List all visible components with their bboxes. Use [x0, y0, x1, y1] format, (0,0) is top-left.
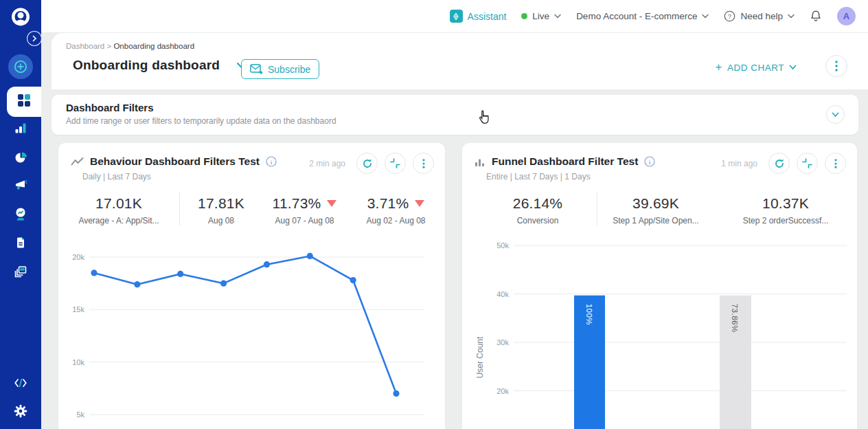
stat-label: Conversion — [479, 216, 597, 226]
bar-chart-icon — [14, 121, 27, 138]
svg-text:73.86%: 73.86% — [731, 304, 739, 333]
assistant-button[interactable]: Assistant — [450, 10, 507, 23]
chevron-down-icon — [554, 14, 561, 19]
chevron-down-icon — [789, 65, 797, 70]
svg-text:40k: 40k — [496, 290, 509, 298]
refresh-button[interactable] — [768, 153, 790, 174]
subscribe-button[interactable]: Subscribe — [241, 59, 319, 79]
create-button[interactable] — [8, 54, 33, 79]
breadcrumb-section[interactable]: Dashboard — [66, 42, 104, 50]
svg-text:User Count: User Count — [475, 336, 485, 378]
svg-text:50k: 50k — [496, 241, 509, 250]
breadcrumb-separator: > — [106, 42, 111, 50]
stat-label: Step 2 orderSuccessf... — [714, 216, 857, 226]
stat-value: 3.71% — [367, 195, 409, 212]
compress-icon — [802, 158, 812, 168]
svg-text:20k: 20k — [72, 253, 84, 261]
stat-label: Aug 07 - Aug 08 — [262, 216, 347, 226]
sidebar-item-reports[interactable] — [0, 230, 41, 258]
page-title: Onboarding dashboard — [73, 58, 220, 73]
behaviour-stats-row: 17.01K Average - A: App/Sit... 17.81K Au… — [58, 192, 445, 226]
chevron-down-icon — [832, 112, 839, 118]
avatar-initial: A — [843, 11, 849, 21]
refresh-icon — [774, 158, 785, 169]
stat-value: 26.14% — [513, 195, 562, 212]
filters-expand-chevron[interactable] — [826, 105, 845, 124]
info-icon[interactable]: i — [644, 156, 655, 167]
notifications-button[interactable] — [810, 10, 822, 23]
clevertap-logo-icon[interactable] — [10, 7, 31, 28]
card-subtitle: Daily | Last 7 Days — [82, 172, 151, 182]
stat-latest-day: 17.81K Aug 08 — [180, 192, 262, 226]
behaviour-chart-card: Behaviour Dashboard Filters Test i Daily… — [58, 143, 445, 429]
card-more-menu[interactable] — [413, 153, 434, 174]
topbar: Assistant Live Demo Account - E-commerce… — [41, 0, 868, 33]
plus-icon: + — [716, 60, 722, 74]
stat-value: 17.81K — [198, 195, 244, 212]
stat-wow-change: 3.71% Aug 02 - Aug 08 — [347, 192, 445, 226]
breadcrumb: Dashboard > Onboarding dashboard — [66, 42, 194, 50]
funnel-bar-chart[interactable]: 50k40k30k20kUser Count100%73.86% — [462, 234, 857, 429]
assistant-label: Assistant — [468, 11, 507, 22]
sidebar-item-campaigns[interactable] — [0, 173, 41, 200]
help-question-icon: ? — [724, 10, 735, 22]
dashboard-more-menu[interactable] — [825, 55, 847, 77]
svg-text:15k: 15k — [72, 305, 84, 314]
sidebar-item-dashboards[interactable] — [7, 87, 41, 117]
layers-stack-icon — [14, 265, 27, 281]
live-status-dot — [521, 13, 527, 19]
card-title: Behaviour Dashboard Filters Test — [90, 155, 260, 168]
chevron-down-icon — [702, 14, 709, 19]
megaphone-icon — [14, 178, 27, 195]
sidebar-item-developer[interactable] — [0, 371, 41, 398]
gear-icon — [14, 404, 27, 421]
sidebar-item-analytics[interactable] — [0, 116, 41, 143]
sidebar-expand-icon[interactable] — [27, 31, 42, 46]
behaviour-line-chart[interactable]: 20k15k10k5k — [58, 244, 445, 429]
need-help-menu[interactable]: ? Need help — [724, 10, 795, 22]
sidebar-item-boards[interactable] — [0, 201, 41, 229]
collapse-chart-button[interactable] — [797, 153, 818, 174]
assistant-sparkle-icon — [450, 10, 463, 23]
info-icon[interactable]: i — [266, 156, 277, 167]
dashboard-filters-bar[interactable]: Dashboard Filters Add time range or user… — [52, 95, 858, 135]
app-screen: Assistant Live Demo Account - E-commerce… — [0, 0, 868, 429]
person-trend-icon — [14, 207, 27, 223]
chevron-down-icon — [788, 14, 795, 19]
need-help-label: Need help — [740, 11, 783, 21]
stat-value: 11.73% — [273, 195, 321, 212]
avatar[interactable]: A — [837, 7, 856, 25]
stat-label: Aug 08 — [180, 216, 262, 226]
funnel-chart-card: Funnel Dashboard Filter Test i Entire | … — [462, 143, 857, 429]
card-more-menu[interactable] — [825, 153, 846, 174]
add-chart-label: ADD CHART — [727, 63, 784, 73]
stat-step2: 10.37K Step 2 orderSuccessf... — [714, 192, 857, 226]
funnel-chart-type-icon — [475, 157, 486, 167]
svg-text:20k: 20k — [496, 387, 509, 395]
code-icon — [14, 376, 27, 393]
sidebar-item-segments[interactable] — [0, 145, 41, 173]
environment-selector[interactable]: Live — [521, 11, 561, 21]
subscribe-label: Subscribe — [268, 64, 310, 75]
sidebar-item-settings[interactable] — [0, 399, 41, 426]
document-icon — [14, 236, 27, 252]
filters-subtitle: Add time range or user filters to tempor… — [66, 116, 336, 126]
stat-average: 17.01K Average - A: App/Sit... — [58, 192, 180, 226]
stat-value: 17.01K — [95, 195, 142, 212]
account-selector[interactable]: Demo Account - E-commerce — [576, 11, 709, 21]
line-chart-type-icon — [71, 157, 84, 166]
trend-down-icon — [415, 200, 424, 207]
stat-label: Aug 02 - Aug 08 — [347, 216, 445, 226]
svg-text:30k: 30k — [496, 338, 509, 346]
pie-chart-icon — [14, 151, 27, 167]
trend-down-icon — [327, 200, 336, 207]
collapse-chart-button[interactable] — [385, 153, 406, 174]
add-chart-button[interactable]: + ADD CHART — [716, 60, 797, 74]
refresh-button[interactable] — [356, 153, 378, 174]
stat-value: 10.37K — [762, 195, 809, 212]
sidebar-item-journeys[interactable] — [0, 259, 41, 287]
kebab-menu-icon — [835, 60, 838, 72]
stat-label: Step 1 App/Site Open... — [597, 216, 714, 226]
last-updated: 1 min ago — [721, 159, 757, 168]
stat-dod-change: 11.73% Aug 07 - Aug 08 — [262, 192, 347, 226]
